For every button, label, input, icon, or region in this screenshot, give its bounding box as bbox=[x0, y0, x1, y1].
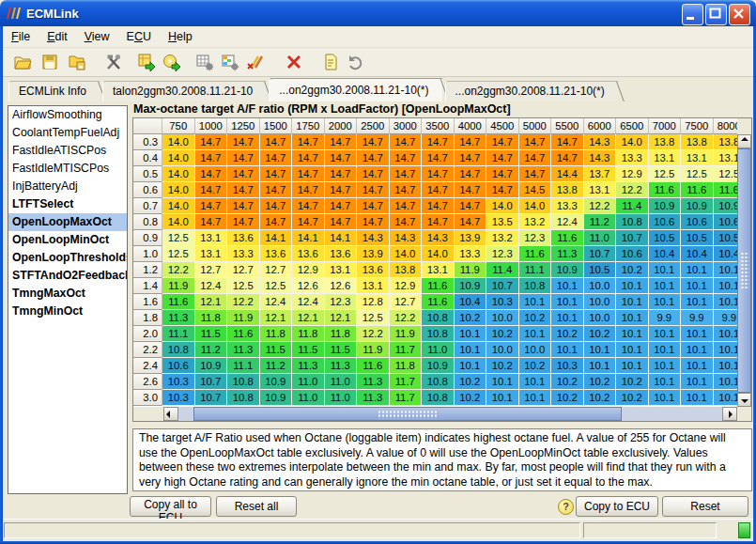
table-cell[interactable]: 13.1 bbox=[584, 182, 617, 198]
table-cell[interactable]: 13.8 bbox=[551, 182, 584, 198]
table-cell[interactable]: 10.2 bbox=[486, 358, 519, 374]
table-cell[interactable]: 14.1 bbox=[325, 230, 358, 246]
table-cell[interactable]: 14.5 bbox=[519, 182, 552, 198]
table-cell[interactable]: 10.8 bbox=[227, 374, 260, 390]
table-cell[interactable]: 10.1 bbox=[714, 358, 738, 374]
table-cell[interactable]: 10.5 bbox=[584, 262, 617, 278]
row-header-0.9[interactable]: 0.9 bbox=[133, 230, 162, 246]
table-cell[interactable]: 13.3 bbox=[616, 150, 649, 166]
table-cell[interactable]: 10.2 bbox=[455, 390, 487, 406]
table-cell[interactable]: 10.5 bbox=[714, 230, 738, 246]
table-cell[interactable]: 13.8 bbox=[714, 134, 738, 150]
table-cell[interactable]: 13.6 bbox=[292, 246, 325, 262]
table-cell[interactable]: 11.2 bbox=[195, 342, 228, 358]
table-cell[interactable]: 14.0 bbox=[422, 246, 455, 262]
table-cell[interactable]: 12.9 bbox=[292, 262, 325, 278]
table-cell[interactable]: 14.7 bbox=[357, 150, 390, 166]
table-cell[interactable]: 11.6 bbox=[551, 230, 584, 246]
table-cell[interactable]: 10.1 bbox=[519, 326, 552, 342]
table-cell[interactable]: 14.7 bbox=[325, 166, 358, 182]
table-cell[interactable]: 10.3 bbox=[162, 374, 195, 390]
table-cell[interactable]: 12.8 bbox=[357, 294, 390, 310]
column-header-2000[interactable]: 2000 bbox=[325, 118, 358, 134]
reset-button[interactable]: Reset bbox=[662, 496, 748, 517]
table-cell[interactable]: 10.9 bbox=[649, 198, 682, 214]
horizontal-scrollbar[interactable] bbox=[133, 407, 737, 421]
table-cell[interactable]: 11.6 bbox=[422, 294, 455, 310]
table-cell[interactable]: 10.2 bbox=[551, 390, 584, 406]
table-cell[interactable]: 10.0 bbox=[584, 278, 617, 294]
table-cell[interactable]: 13.9 bbox=[357, 246, 390, 262]
table-cell[interactable]: 11.6 bbox=[227, 326, 260, 342]
table-cell[interactable]: 12.4 bbox=[551, 214, 584, 230]
table-cell[interactable]: 10.0 bbox=[486, 342, 519, 358]
table-cell[interactable]: 11.5 bbox=[260, 342, 293, 358]
table-cell[interactable]: 10.1 bbox=[616, 342, 649, 358]
table-cell[interactable]: 14.7 bbox=[455, 182, 487, 198]
table-cell[interactable]: 10.0 bbox=[486, 310, 519, 326]
table-cell[interactable]: 10.1 bbox=[551, 278, 584, 294]
table-cell[interactable]: 14.3 bbox=[422, 230, 455, 246]
table-cell[interactable]: 14.7 bbox=[227, 166, 260, 182]
table-cell[interactable]: 13.5 bbox=[486, 214, 519, 230]
table-cell[interactable]: 11.4 bbox=[486, 262, 519, 278]
table-cell[interactable]: 10.0 bbox=[519, 342, 552, 358]
table-cell[interactable]: 14.7 bbox=[195, 214, 228, 230]
table-cell[interactable]: 10.1 bbox=[616, 326, 649, 342]
table-cell[interactable]: 14.7 bbox=[519, 166, 552, 182]
table-cell[interactable]: 10.2 bbox=[455, 310, 487, 326]
table-cell[interactable]: 12.6 bbox=[292, 278, 325, 294]
table-cell[interactable]: 10.1 bbox=[681, 326, 714, 342]
export-table-button[interactable] bbox=[134, 51, 158, 74]
table-cell[interactable]: 10.2 bbox=[455, 374, 487, 390]
table-cell[interactable]: 13.3 bbox=[551, 198, 584, 214]
table-cell[interactable]: 13.1 bbox=[422, 262, 455, 278]
table-cell[interactable]: 10.1 bbox=[584, 342, 617, 358]
table-cell[interactable]: 10.1 bbox=[616, 278, 649, 294]
table-cell[interactable]: 11.1 bbox=[162, 326, 195, 342]
close-button[interactable] bbox=[729, 4, 750, 25]
table-cell[interactable]: 14.7 bbox=[390, 214, 423, 230]
row-header-2.0[interactable]: 2.0 bbox=[133, 326, 162, 342]
table-cell[interactable]: 11.4 bbox=[616, 198, 649, 214]
table-cell[interactable]: 13.6 bbox=[227, 230, 260, 246]
table-cell[interactable]: 14.7 bbox=[422, 150, 455, 166]
table-cell[interactable]: 11.3 bbox=[357, 390, 390, 406]
table-cell[interactable]: 14.7 bbox=[455, 166, 487, 182]
open-file-button[interactable] bbox=[10, 51, 34, 74]
table-cell[interactable]: 14.4 bbox=[551, 166, 584, 182]
row-header-1.6[interactable]: 1.6 bbox=[133, 294, 162, 310]
table-cell[interactable]: 12.2 bbox=[390, 310, 423, 326]
table-cell[interactable]: 12.7 bbox=[227, 262, 260, 278]
table-cell[interactable]: 10.1 bbox=[714, 278, 738, 294]
tab-0[interactable]: ECMLink Info bbox=[8, 81, 100, 101]
table-cell[interactable]: 14.7 bbox=[455, 134, 487, 150]
row-header-0.4[interactable]: 0.4 bbox=[133, 150, 162, 166]
table-cell[interactable]: 10.1 bbox=[681, 358, 714, 374]
table-cell[interactable]: 11.6 bbox=[162, 294, 195, 310]
save-button[interactable] bbox=[38, 51, 61, 74]
table-cell[interactable]: 13.1 bbox=[325, 262, 358, 278]
table-cell[interactable]: 10.2 bbox=[551, 326, 584, 342]
column-header-5000[interactable]: 5000 bbox=[519, 118, 552, 134]
table-cell[interactable]: 12.2 bbox=[227, 294, 260, 310]
column-header-1000[interactable]: 1000 bbox=[195, 118, 228, 134]
table-cell[interactable]: 13.2 bbox=[519, 214, 552, 230]
table-cell[interactable]: 10.1 bbox=[649, 358, 682, 374]
table-cell[interactable]: 14.7 bbox=[422, 198, 455, 214]
display-settings-button[interactable] bbox=[218, 51, 241, 74]
table-cell[interactable]: 10.8 bbox=[422, 310, 455, 326]
table-cell[interactable]: 10.0 bbox=[584, 294, 617, 310]
table-cell[interactable]: 10.2 bbox=[584, 326, 617, 342]
table-cell[interactable]: 10.6 bbox=[649, 214, 682, 230]
table-cell[interactable]: 11.6 bbox=[649, 182, 682, 198]
table-cell[interactable]: 14.7 bbox=[519, 134, 552, 150]
table-cell[interactable]: 13.6 bbox=[260, 246, 293, 262]
table-cell[interactable]: 12.5 bbox=[357, 310, 390, 326]
column-header-4000[interactable]: 4000 bbox=[455, 118, 487, 134]
table-cell[interactable]: 14.7 bbox=[325, 150, 358, 166]
table-cell[interactable]: 11.0 bbox=[325, 374, 358, 390]
table-cell[interactable]: 10.1 bbox=[551, 294, 584, 310]
table-cell[interactable]: 14.3 bbox=[357, 230, 390, 246]
table-cell[interactable]: 10.1 bbox=[714, 342, 738, 358]
